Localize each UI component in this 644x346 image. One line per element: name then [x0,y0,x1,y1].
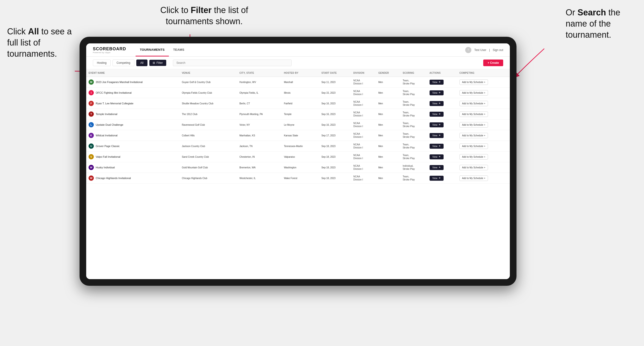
add-to-schedule-button[interactable]: Add to My Schedule + [460,90,488,96]
division-cell: NCAADivision I [351,120,376,130]
add-to-schedule-button[interactable]: Add to My Schedule + [460,144,488,149]
search-box [173,59,482,66]
view-button[interactable]: View 👁 [430,112,444,117]
toolbar: Hosting Competing All ⊞ Filter + Create [86,57,510,69]
add-to-schedule-button[interactable]: Add to My Schedule + [460,111,488,117]
view-button[interactable]: View 👁 [430,144,444,149]
gender-cell: Men [376,173,400,183]
tablet-device: SCOREBOARD Powered by clippd TOURNAMENTS… [80,37,516,286]
tab-all[interactable]: All [136,59,148,66]
create-button[interactable]: + Create [483,59,503,66]
gender-cell: Men [376,120,400,130]
signout-link[interactable]: Sign out [493,48,503,52]
gender-cell: Men [376,77,400,88]
filter-button[interactable]: ⊞ Filter [149,60,166,66]
actions-cell: View 👁 [427,98,457,109]
actions-cell: View 👁 [427,162,457,173]
start-date-cell: Sep 18, 2023 [319,152,351,162]
city-state-cell: Berlin, CT [237,98,282,109]
table-row: T Temple Invitational The 1912 ClubPlymo… [86,109,510,120]
actions-cell: View 👁 [427,109,457,120]
col-actions: ACTIONS [427,69,457,77]
table-row: W Husky Individual Gold Mountain Golf Cl… [86,162,510,173]
event-name-cell: L Upstate Dual Challenge [86,120,180,130]
city-state-cell: Victor, NY [237,120,282,130]
view-button[interactable]: View 👁 [430,165,444,170]
gender-cell: Men [376,162,400,173]
col-hosted-by: HOSTED BY [282,69,319,77]
tab-hosting[interactable]: Hosting [93,59,111,66]
gender-cell: Men [376,98,400,109]
competing-cell: Add to My Schedule + [457,109,510,120]
event-name-text: Husky Individual [96,166,115,169]
col-event-name: EVENT NAME [86,69,180,77]
actions-cell: View 👁 [427,173,457,183]
add-to-schedule-button[interactable]: Add to My Schedule + [460,133,488,138]
competing-cell: Add to My Schedule + [457,98,510,109]
view-button[interactable]: View 👁 [430,90,444,95]
scoring-cell: Individual,Stroke Play [400,162,427,173]
nav-tab-tournaments[interactable]: TOURNAMENTS [136,43,169,56]
view-button[interactable]: View 👁 [430,176,444,181]
svg-text:K: K [90,134,92,137]
competing-cell: Add to My Schedule + [457,120,510,130]
start-date-cell: Sep 16, 2023 [319,98,351,109]
view-button[interactable]: View 👁 [430,101,444,106]
nav-tab-teams[interactable]: TEAMS [169,43,188,56]
view-button[interactable]: View 👁 [430,122,444,127]
svg-text:I: I [91,91,92,94]
competing-cell: Add to My Schedule + [457,88,510,98]
add-to-schedule-button[interactable]: Add to My Schedule + [460,175,488,181]
tab-competing[interactable]: Competing [112,59,134,66]
col-scoring: SCORING [400,69,427,77]
eye-icon: 👁 [438,81,441,83]
city-state-cell: Huntington, WV [237,77,282,88]
filter-icon: ⊞ [153,61,155,64]
hosted-by-cell: Washington [282,162,319,173]
venue-cell: Olympia Fields Country Club [180,88,237,98]
venue-cell: Colbert Hills [180,130,237,141]
city-state-cell: Westchester, IL [237,173,282,183]
start-date-cell: Sep 11, 2023 [319,77,351,88]
venue-cell: Jackson Country Club [180,141,237,152]
event-name-cell: U Grover Page Classic [86,141,180,152]
venue-cell: Sand Creek Country Club [180,152,237,162]
division-cell: NCAADivision I [351,173,376,183]
scoring-cell: Team,Stroke Play [400,98,427,109]
start-date-cell: Sep 18, 2023 [319,162,351,173]
start-date-cell: Sep 16, 2023 [319,109,351,120]
user-label: Test User [474,48,486,52]
start-date-cell: Sep 18, 2023 [319,173,351,183]
view-button[interactable]: View 👁 [430,80,444,85]
add-to-schedule-button[interactable]: Add to My Schedule + [460,79,488,85]
gender-cell: Men [376,88,400,98]
view-button[interactable]: View 👁 [430,133,444,138]
scoring-cell: Team,Stroke Play [400,173,427,183]
division-cell: NCAADivision I [351,109,376,120]
scoring-cell: Team,Stroke Play [400,88,427,98]
add-to-schedule-button[interactable]: Add to My Schedule + [460,122,488,128]
actions-cell: View 👁 [427,141,457,152]
event-name-text: Ryan T. Lee Memorial Collegiate [96,102,134,105]
tournaments-table-container: EVENT NAME VENUE CITY, STATE HOSTED BY S… [86,69,510,279]
actions-cell: View 👁 [427,77,457,88]
view-button[interactable]: View 👁 [430,154,444,159]
annotation-top-left: Click All to see a full list of tourname… [7,26,78,59]
hosted-by-cell: Kansas State [282,130,319,141]
add-to-schedule-button[interactable]: Add to My Schedule + [460,165,488,170]
gender-cell: Men [376,141,400,152]
division-cell: NCAADivision I [351,152,376,162]
eye-icon: 👁 [438,134,441,137]
city-state-cell: Manhattan, KS [237,130,282,141]
eye-icon: 👁 [438,177,441,179]
competing-cell: Add to My Schedule + [457,162,510,173]
header-right: T Test User | Sign out [465,47,503,53]
venue-cell: Shuttle Meadow Country Club [180,98,237,109]
logo-subtitle: Powered by clippd [93,51,126,54]
add-to-schedule-button[interactable]: Add to My Schedule + [460,101,488,106]
scoring-cell: Team,Stroke Play [400,152,427,162]
add-to-schedule-button[interactable]: Add to My Schedule + [460,154,488,160]
search-input[interactable] [173,59,292,66]
team-logo-icon: T [88,111,94,117]
event-name-text: Grover Page Classic [96,145,120,148]
